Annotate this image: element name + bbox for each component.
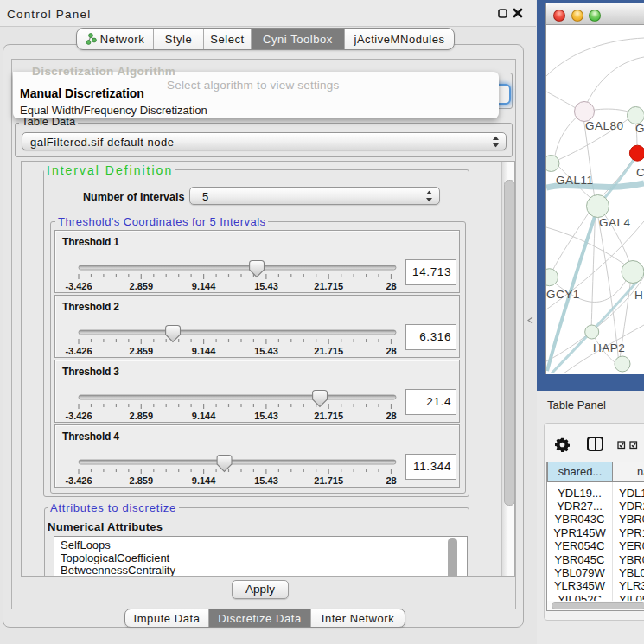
svg-text:G.: G. xyxy=(635,122,644,135)
svg-text:-3.426: -3.426 xyxy=(65,281,92,291)
svg-text:28: 28 xyxy=(386,411,396,421)
svg-text:21.715: 21.715 xyxy=(314,411,343,421)
svg-text:GCY1: GCY1 xyxy=(546,288,580,301)
svg-text:21.715: 21.715 xyxy=(314,475,343,486)
svg-text:C: C xyxy=(636,166,644,179)
svg-text:15.43: 15.43 xyxy=(254,411,278,421)
svg-text:GAL80: GAL80 xyxy=(585,119,624,132)
svg-text:-3.426: -3.426 xyxy=(65,411,92,421)
svg-text:15.43: 15.43 xyxy=(254,346,278,356)
svg-text:21.715: 21.715 xyxy=(314,346,343,356)
svg-text:28: 28 xyxy=(386,475,396,486)
svg-text:2.859: 2.859 xyxy=(130,281,154,291)
svg-text:H: H xyxy=(634,289,643,302)
svg-text:9.144: 9.144 xyxy=(192,411,216,421)
svg-text:9.144: 9.144 xyxy=(192,346,216,356)
svg-text:2.859: 2.859 xyxy=(130,346,154,356)
svg-text:15.43: 15.43 xyxy=(254,281,278,291)
svg-text:28: 28 xyxy=(386,346,396,356)
svg-text:21.715: 21.715 xyxy=(314,281,343,291)
svg-text:HAP2: HAP2 xyxy=(593,341,625,354)
svg-text:28: 28 xyxy=(386,281,396,291)
svg-text:9.144: 9.144 xyxy=(192,281,216,291)
svg-text:GAL4: GAL4 xyxy=(599,216,631,229)
svg-text:-3.426: -3.426 xyxy=(65,346,92,356)
svg-text:2.859: 2.859 xyxy=(130,411,154,421)
svg-text:15.43: 15.43 xyxy=(254,475,278,486)
svg-text:GAL11: GAL11 xyxy=(556,174,594,187)
svg-text:9.144: 9.144 xyxy=(192,475,216,486)
svg-text:-3.426: -3.426 xyxy=(65,475,92,486)
svg-text:2.859: 2.859 xyxy=(130,475,154,486)
